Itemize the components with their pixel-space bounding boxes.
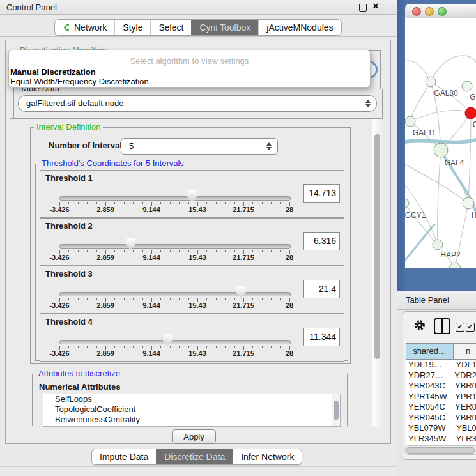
table-row[interactable]: YPR145WYPR1 — [406, 392, 476, 403]
tick-mark — [234, 250, 235, 252]
list-item-selfloops[interactable]: SelfLoops — [43, 394, 340, 404]
network-node-gal4[interactable] — [434, 143, 448, 157]
table-row[interactable]: YBR043CYBR0 — [406, 381, 476, 392]
float-window-icon[interactable] — [359, 4, 367, 12]
columns-icon[interactable] — [434, 318, 450, 334]
tick-mark — [252, 202, 253, 204]
tick-mark — [262, 250, 263, 252]
network-canvas[interactable]: GAL80GCGAL11GAL4GCY1HHAP2 — [405, 18, 476, 268]
network-node-h[interactable] — [463, 197, 474, 209]
thresholds-group: Threshold's Coordinates for 5 Intervals … — [35, 164, 348, 361]
tab-jactivemnodules[interactable]: jActiveMNodules — [258, 20, 341, 35]
network-node-gal11[interactable] — [405, 116, 415, 127]
close-icon[interactable]: × — [372, 0, 379, 13]
tab-discretize-data[interactable]: Discretize Data — [156, 449, 233, 464]
threshold-value-field[interactable]: 6.316 — [303, 232, 340, 250]
threshold-value-field[interactable]: 14.713 — [303, 184, 340, 203]
tick-mark — [216, 346, 217, 348]
tick-mark — [87, 202, 88, 204]
close-traffic-light-icon[interactable] — [412, 7, 421, 16]
tick-label: -3.426 — [43, 206, 75, 213]
apply-button[interactable]: Apply — [172, 429, 216, 444]
table-row[interactable]: YBL079WYBL0 — [406, 423, 476, 434]
tick-mark — [280, 346, 281, 348]
list-item-topologicalcoefficient[interactable]: TopologicalCoefficient — [43, 404, 340, 415]
scrollbar-thumb[interactable] — [334, 401, 339, 420]
network-node-g[interactable] — [462, 81, 472, 91]
tick-mark — [188, 250, 189, 252]
tick-mark — [252, 346, 253, 348]
threshold-label: Threshold 3 — [45, 269, 93, 279]
cell-shared-name: YDR27… — [406, 371, 452, 381]
tab-cyni-toolbox[interactable]: Cyni Toolbox — [191, 20, 258, 35]
network-node-gal80[interactable] — [426, 77, 436, 87]
threshold-slider-track[interactable] — [59, 340, 291, 344]
numerical-attributes-list[interactable]: SelfLoopsTopologicalCoefficientBetweenne… — [43, 394, 341, 427]
table-row[interactable]: YDL19…YDL1 — [406, 360, 476, 371]
tab-select[interactable]: Select — [150, 20, 191, 35]
table-row[interactable]: YDR27…YDR2 — [406, 371, 476, 381]
checkbox-icon[interactable]: ✓ — [466, 323, 475, 332]
threshold-slider-track[interactable] — [59, 244, 291, 249]
cell-name: YLR3 — [453, 434, 476, 445]
group-title: Threshold's Coordinates for 5 Intervals — [39, 159, 187, 168]
tick-mark — [206, 346, 207, 348]
tab-network[interactable]: Network — [55, 20, 114, 35]
list-item-betweennesscentrality[interactable]: BetweennessCentrality — [43, 415, 340, 425]
scrollbar-thumb[interactable] — [374, 134, 380, 359]
network-node-gcy1[interactable] — [405, 199, 409, 208]
table-horizontal-scrollbar[interactable] — [404, 445, 476, 455]
tick-mark — [160, 298, 161, 300]
table-row[interactable]: YBR045CYBR0 — [406, 413, 476, 424]
network-window-titlebar[interactable] — [405, 4, 476, 19]
threshold-value-field[interactable]: 11.344 — [303, 328, 340, 346]
settings-scrollbar[interactable] — [372, 119, 383, 427]
group-title: Interval Definition — [34, 123, 103, 132]
minimize-traffic-light-icon[interactable] — [425, 7, 434, 16]
tab-infer-network[interactable]: Infer Network — [233, 449, 302, 464]
checkbox-icon[interactable]: ✓ — [456, 323, 464, 332]
control-panel-tabs: NetworkStyleSelectCyni ToolboxjActiveMNo… — [54, 19, 342, 36]
threshold-slider-track[interactable] — [59, 196, 291, 201]
control-panel: Control Panel × NetworkStyleSelectCyni T… — [0, 0, 397, 476]
tick-mark — [225, 298, 226, 300]
tab-label: Discretize Data — [164, 449, 225, 464]
attributes-scrollbar[interactable] — [332, 394, 340, 426]
tab-impute-data[interactable]: Impute Data — [92, 449, 156, 464]
table-row[interactable]: YER054CYER0 — [406, 402, 476, 413]
network-node-c[interactable] — [465, 107, 476, 119]
cell-shared-name: YBR045C — [406, 413, 452, 424]
tick-label: 2.859 — [89, 349, 121, 357]
tick-mark — [133, 250, 134, 252]
tick-label: 15.43 — [181, 302, 213, 309]
zoom-traffic-light-icon[interactable] — [438, 7, 447, 16]
tick-mark — [68, 202, 69, 204]
tick-mark — [252, 250, 253, 252]
tick-mark — [133, 202, 134, 204]
column-header-shared-name[interactable]: shared… — [406, 343, 454, 360]
table-data-combobox[interactable]: galFiltered.sif default node — [18, 95, 377, 112]
tick-mark — [170, 202, 171, 204]
number-of-intervals-combobox[interactable]: 5 — [121, 138, 278, 155]
scrollbar-thumb[interactable] — [406, 447, 475, 454]
gear-icon[interactable] — [413, 319, 426, 332]
tick-label: 2.859 — [89, 302, 121, 309]
threshold-slider-track[interactable] — [59, 292, 291, 296]
network-node-partial[interactable] — [449, 263, 461, 268]
network-node-label: HAP2 — [440, 250, 461, 259]
tick-label: -3.426 — [43, 254, 75, 261]
threshold-value-field[interactable]: 21.4 — [303, 280, 340, 298]
column-header-name[interactable]: n — [454, 343, 476, 360]
tab-style[interactable]: Style — [114, 20, 150, 35]
dropdown-option-equal-width-frequency[interactable]: Equal Width/Frequency Discretization — [10, 77, 149, 86]
dropdown-option-manual-discretization[interactable]: Manual Discretization — [10, 67, 96, 77]
tick-label: 28 — [273, 254, 305, 261]
network-node-label: GAL80 — [434, 89, 458, 98]
table-row[interactable]: YLR345WYLR3 — [406, 434, 476, 445]
tick-mark — [206, 250, 207, 252]
spinner-arrows-icon[interactable] — [365, 100, 370, 107]
cell-name: YBR0 — [452, 381, 476, 392]
network-node-hap2[interactable] — [433, 240, 443, 250]
spinner-arrows-icon[interactable] — [266, 142, 271, 150]
tab-label: Cyni Toolbox — [199, 20, 250, 35]
